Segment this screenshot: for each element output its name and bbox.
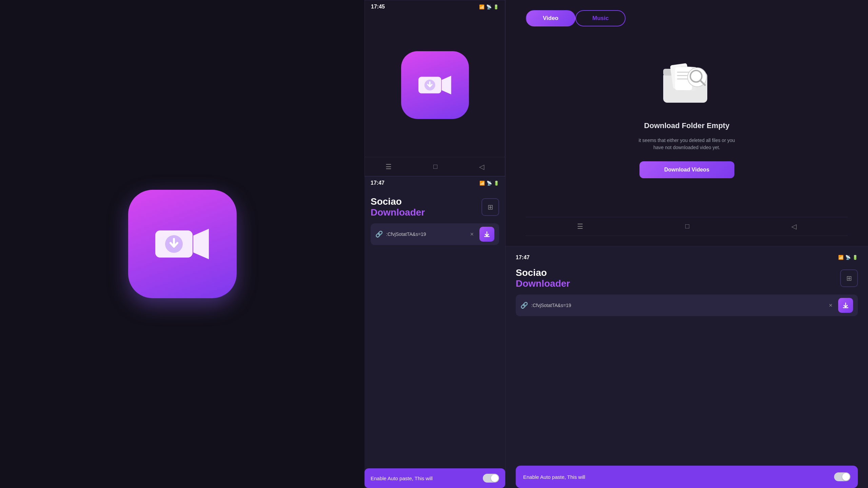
download-button-small[interactable] bbox=[479, 227, 494, 242]
auto-paste-toggle-2[interactable] bbox=[834, 472, 850, 481]
clear-url-icon-2[interactable]: ✕ bbox=[829, 303, 833, 308]
phone-app-icon bbox=[401, 51, 469, 119]
bottom-url-row: 🔗 :CfvjSotatTA&s=19 ✕ bbox=[516, 294, 858, 316]
battery-icon: 🔋 bbox=[493, 4, 499, 9]
menu-nav-icon[interactable]: ☰ bbox=[386, 163, 392, 171]
grid-view-button[interactable]: ⊞ bbox=[481, 198, 499, 216]
signal-icon: 📡 bbox=[486, 4, 492, 9]
enable-paste-section: Enable Auto paste, This will bbox=[516, 466, 858, 488]
bottom-right-content: Sociao Downloader ⊞ 🔗 :CfvjSotatTA&s=19 … bbox=[516, 267, 858, 480]
folder-empty-icon bbox=[660, 59, 714, 109]
bottom-right-status-bar: 17:47 📶 📡 🔋 bbox=[516, 255, 858, 261]
home-nav-icon[interactable]: □ bbox=[433, 163, 437, 170]
bottom-phone-title-row: Sociao Downloader ⊞ bbox=[371, 196, 499, 218]
middle-panel: 17:45 📶 📡 🔋 ☰ □ ◁ bbox=[364, 0, 505, 488]
bottom-right-section: 17:47 📶 📡 🔋 Sociao Downloader ⊞ 🔗 :CfvjS… bbox=[506, 246, 868, 488]
top-phone-content bbox=[365, 13, 505, 157]
download-button-small-2[interactable] bbox=[838, 298, 853, 313]
top-phone-nav: ☰ □ ◁ bbox=[365, 157, 505, 176]
enable-paste-banner: Enable Auto paste, This will bbox=[364, 468, 505, 488]
music-tab[interactable]: Music bbox=[575, 10, 626, 26]
back-nav-right[interactable]: ◁ bbox=[791, 222, 796, 230]
folder-icon-container bbox=[656, 54, 717, 115]
wifi-icon-2: 📶 bbox=[479, 181, 485, 186]
auto-paste-toggle[interactable] bbox=[483, 474, 499, 483]
menu-nav-right[interactable]: ☰ bbox=[577, 222, 583, 230]
bottom-phone-status-icons: 📶 📡 🔋 bbox=[479, 181, 499, 186]
bottom-right-title-row: Sociao Downloader ⊞ bbox=[516, 267, 858, 289]
app-icon-large bbox=[128, 190, 237, 298]
grid-icon-2: ⊞ bbox=[846, 274, 852, 282]
bottom-phone-status-time: 17:47 bbox=[371, 180, 384, 186]
video-tab[interactable]: Video bbox=[526, 10, 575, 26]
signal-icon-3: 📡 bbox=[845, 255, 851, 260]
battery-icon-2: 🔋 bbox=[494, 181, 499, 186]
url-display-2: :CfvjSotatTA&s=19 bbox=[531, 303, 825, 308]
url-input-row: 🔗 :CfvjSotatTA&s=19 ✕ bbox=[371, 223, 499, 245]
top-status-icons: 📶 📡 🔋 bbox=[479, 4, 499, 9]
bottom-right-status-icons: 📶 📡 🔋 bbox=[838, 255, 858, 260]
downloader-label-2: Downloader bbox=[516, 278, 570, 289]
bottom-phone-screen: 17:47 📶 📡 🔋 Sociao Downloader ⊞ 🔗 :CfvjS… bbox=[364, 176, 505, 488]
toggle-thumb-2 bbox=[842, 473, 850, 481]
clear-url-icon[interactable]: ✕ bbox=[470, 231, 474, 237]
grid-view-button-2[interactable]: ⊞ bbox=[840, 269, 858, 287]
battery-icon-3: 🔋 bbox=[852, 255, 858, 260]
url-display: :CfvjSotatTA&s=19 bbox=[386, 231, 467, 237]
bottom-phone-status-bar: 17:47 📶 📡 🔋 bbox=[364, 177, 505, 189]
right-nav-bar: ☰ □ ◁ bbox=[526, 217, 848, 236]
bottom-right-status-time: 17:47 bbox=[516, 255, 530, 261]
app-title-text: Sociao Downloader bbox=[371, 196, 425, 218]
sociao-label: Sociao bbox=[371, 196, 425, 207]
enable-paste-text-2: Enable Auto paste, This will bbox=[523, 474, 585, 480]
grid-icon: ⊞ bbox=[488, 203, 493, 211]
link-icon: 🔗 bbox=[375, 230, 383, 238]
link-icon-2: 🔗 bbox=[520, 302, 528, 309]
left-panel bbox=[0, 0, 364, 488]
back-nav-icon[interactable]: ◁ bbox=[479, 163, 484, 171]
right-panel: Video Music bbox=[505, 0, 868, 488]
top-status-bar: 17:45 📶 📡 🔋 bbox=[365, 0, 505, 13]
download-videos-button[interactable]: Download Videos bbox=[639, 161, 734, 178]
top-right-section: Video Music bbox=[506, 0, 868, 246]
sociao-label-2: Sociao bbox=[516, 267, 570, 278]
bottom-right-app-title: Sociao Downloader bbox=[516, 267, 570, 289]
bottom-phone-content: Sociao Downloader ⊞ 🔗 :CfvjSotatTA&s=19 … bbox=[364, 189, 505, 488]
empty-folder-title: Download Folder Empty bbox=[644, 121, 730, 130]
empty-folder-subtitle: it seems that either you deleted all fil… bbox=[636, 137, 738, 151]
enable-paste-text: Enable Auto paste, This will bbox=[371, 475, 433, 481]
home-nav-right[interactable]: □ bbox=[685, 222, 689, 230]
wifi-icon-3: 📶 bbox=[838, 255, 844, 260]
wifi-icon: 📶 bbox=[479, 4, 485, 9]
toggle-thumb bbox=[491, 474, 498, 482]
downloader-label: Downloader bbox=[371, 207, 425, 218]
top-phone-screen: 17:45 📶 📡 🔋 ☰ □ ◁ bbox=[364, 0, 505, 176]
signal-icon-2: 📡 bbox=[487, 181, 492, 186]
tab-row: Video Music bbox=[526, 10, 626, 26]
top-status-time: 17:45 bbox=[371, 4, 385, 10]
empty-folder-area: Download Folder Empty it seems that eith… bbox=[636, 54, 738, 178]
